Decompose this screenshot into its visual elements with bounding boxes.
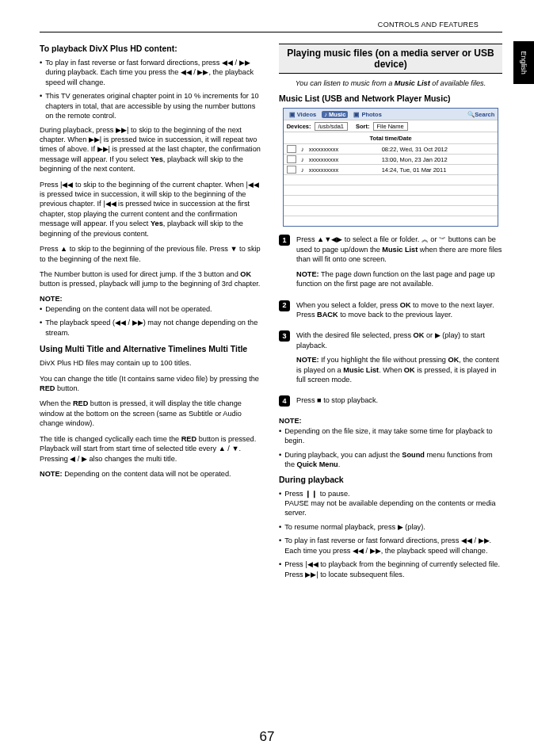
device-sort-row: Devices: /usb/sda1 Sort: File Name	[284, 120, 498, 132]
total-row: Total time/Date	[284, 132, 498, 143]
paragraph: NOTE: Depending on the content data will…	[40, 469, 263, 479]
left-column: To playback DivX Plus HD content: •To pl…	[40, 44, 263, 583]
file-row[interactable]: ♪xxxxxxxxxx14:24, Tue, 01 Mar 2011	[284, 164, 498, 174]
section-banner: Playing music files (on a media server o…	[279, 44, 502, 74]
paragraph: During playback, press ▶▶| to skip to th…	[40, 125, 263, 174]
folder-icon	[287, 166, 296, 174]
step-2: 2 When you select a folder, press OK to …	[279, 300, 502, 325]
intro-italic: You can listen to music from a Music Lis…	[279, 78, 502, 88]
music-icon: ♪	[301, 156, 304, 163]
music-icon: ♪	[301, 146, 304, 153]
bullet-item: •Press ❙❙ to pause.PAUSE may not be avai…	[279, 489, 502, 518]
folder-icon	[287, 155, 296, 163]
file-row[interactable]: ♪xxxxxxxxxx13:00, Mon, 23 Jan 2012	[284, 154, 498, 164]
bullet-item: •Press |◀◀ to playback from the beginnin…	[279, 559, 502, 579]
tab-music[interactable]: ♪ Music	[322, 111, 348, 118]
language-tab: English	[513, 41, 534, 84]
heading-music-list: Music List (USB and Network Player Music…	[279, 94, 502, 103]
step-1: 1 Press ▲▼◀▶ to select a file or folder.…	[279, 235, 502, 293]
paragraph: The Number button is used for direct jum…	[40, 269, 263, 289]
manual-page: CONTROLS AND FEATURES English To playbac…	[0, 0, 534, 756]
folder-icon	[287, 145, 296, 153]
paragraph: The title is changed cyclically each tim…	[40, 434, 263, 464]
step-badge: 4	[279, 395, 290, 407]
heading-multi-title: Using Multi Title and Alternative Timeli…	[40, 344, 263, 353]
music-icon: ♪	[301, 166, 304, 174]
header-section-label: CONTROLS AND FEATURES	[40, 21, 502, 29]
devices-dropdown[interactable]: /usb/sda1	[315, 122, 349, 131]
tab-videos[interactable]: ▣ Videos	[287, 111, 319, 118]
bullet-item: •During playback, you can adjust the Sou…	[279, 450, 502, 470]
paragraph: You can change the title (It contains sa…	[40, 374, 263, 394]
sort-dropdown[interactable]: File Name	[373, 122, 408, 131]
heading-during-playback: During playback	[279, 475, 502, 484]
paragraph: Press |◀◀ to skip to the beginning of th…	[40, 180, 263, 239]
media-tabs: ▣ Videos ♪ Music ▣ Photos 🔍Search	[284, 109, 498, 120]
page-number: 67	[0, 729, 534, 745]
step-badge: 2	[279, 300, 290, 311]
paragraph: When the RED button is pressed, it will …	[40, 399, 263, 428]
file-row[interactable]: ♪xxxxxxxxxx08:22, Wed, 31 Oct 2012	[284, 143, 498, 154]
tab-photos[interactable]: ▣ Photos	[351, 111, 384, 118]
divider	[40, 32, 502, 32]
heading-divx-playback: To playback DivX Plus HD content:	[40, 44, 263, 53]
bullet-item: •To resume normal playback, press ▶ (pla…	[279, 522, 502, 532]
search-link[interactable]: 🔍Search	[467, 111, 494, 118]
right-column: Playing music files (on a media server o…	[279, 44, 502, 583]
bullet-item: •Depending on the file size, it may take…	[279, 426, 502, 446]
bullet-item: •This TV generates original chapter poin…	[40, 91, 263, 120]
step-4: 4 Press ■ to stop playback.	[279, 395, 502, 410]
paragraph: Press ▲ to skip to the beginning of the …	[40, 244, 263, 264]
bullet-item: •Depending on the content data will not …	[40, 304, 263, 314]
bullet-item: •To play in fast reverse or fast forward…	[279, 536, 502, 556]
note-label: NOTE:	[279, 417, 502, 425]
music-list-table: ▣ Videos ♪ Music ▣ Photos 🔍Search Device…	[283, 108, 499, 227]
step-badge: 3	[279, 330, 290, 342]
step-3: 3 With the desired file selected, press …	[279, 330, 502, 389]
bullet-item: •To play in fast reverse or fast forward…	[40, 58, 263, 87]
note-label: NOTE:	[40, 295, 263, 303]
bullet-item: •The playback speed (◀◀ / ▶▶) may not ch…	[40, 318, 263, 338]
step-badge: 1	[279, 235, 290, 246]
paragraph: DivX Plus HD files may contain up to 100…	[40, 358, 263, 368]
